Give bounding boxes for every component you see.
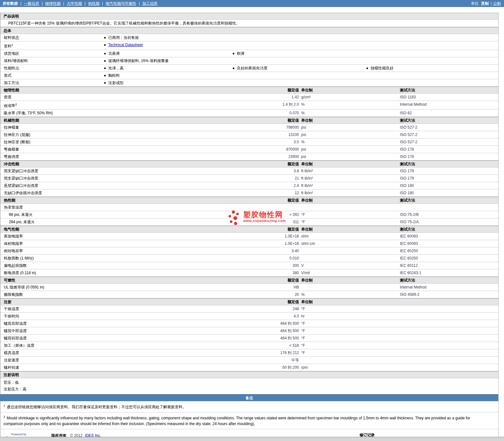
property-value: 4.0 [261,313,299,320]
property-label: 螺杆转速 [0,364,261,371]
footnotes: 1通过这些链接您能够访问供应商资料。我们尽量保证及时更新资料；不过您可以从供应商… [0,401,498,429]
property-unit: % [299,110,400,117]
property-label: 拉伸模量 [0,124,261,131]
property-label: 264 psi, 未退火 [0,218,261,225]
property-row: 66 psi, 未退火> 392°FISO 75-2/B [0,211,498,218]
section-header: 冲击性能额定值单位制测试方法 [0,160,498,167]
nav-separator: | [84,1,85,6]
unit-imperial-current: 英制 [481,1,489,6]
property-label: 弯曲强度 [0,153,261,160]
col-header-unit: 单位制 [299,87,400,93]
nav-item-2[interactable]: 物理性能 [45,1,60,6]
footnote-number: 2 [4,415,5,418]
property-unit [299,255,400,262]
property-value: 50 到 200 [261,364,299,371]
test-method: IEC 60250 [400,255,498,262]
property-label: 填料/增强材料 [0,57,104,64]
property-row: 拉伸应力 (屈服)13100psiISO 527-2 [0,131,498,139]
test-method [400,204,498,211]
test-method [400,364,498,371]
injection-notes-header: 注射说明 [0,371,498,378]
general-row: 填料/增强材料玻璃纤维增强材料, 15% 填料按重量 [0,57,498,65]
property-value: 0.010 [261,255,299,262]
nav-item-3[interactable]: 力学性能 [67,1,82,6]
test-method: ISO 527-2 [400,131,498,138]
property-row: 漏电起痕指数300VIEC 60112 [0,262,498,269]
property-label: 简支梁缺口冲击强度 [0,175,261,182]
product-description: PBTC115F是一种含有 15% 玻璃纤维的增强型PBT/PET合金。它实现了… [0,20,498,27]
test-method [400,305,498,312]
general-value: 良好的表面光洁度 [233,65,366,72]
property-row: 简支梁缺口冲击强度21ft·lb/in²ISO 179 [0,175,498,182]
property-label: 密度 [0,94,261,101]
col-header-method: 测试方法 [400,117,498,124]
property-value: 1.4 到 2.0 [261,101,299,109]
property-row: 干燥温度248°F [0,305,498,313]
test-method: IEC 60093 [400,240,498,247]
property-unit: °F [299,342,400,349]
property-label: 拉伸应变 (断裂) [0,139,261,146]
bullet-icon [233,68,234,69]
property-row: 拉伸模量798000psiISO 527-2 [0,124,498,131]
test-method [400,349,498,356]
technical-datasheet-link[interactable]: Technical Datasheet [108,41,143,48]
unit-metric-link[interactable]: 公制 [493,1,501,6]
test-method [400,327,498,334]
test-method: ISO 180 [400,189,498,196]
property-row: 264 psi, 未退火311°FISO 75-2/A [0,218,498,226]
property-row: 螺杆转速50 到 200rpm [0,364,498,371]
nav-item-1[interactable]: 一般信息 [24,1,39,6]
property-label: 简支梁缺口冲击强度 [0,167,261,174]
property-row: 体积电阻率1.0E+16ohm·cmIEC 60093 [0,240,498,247]
property-value: 20 [261,291,299,298]
test-method: Internal Method [400,284,498,291]
section-title: 电气性能 [0,226,261,232]
property-unit: psi [299,124,400,131]
test-method [400,313,498,320]
property-label: 性能特点 [0,65,104,72]
property-unit: rpm [299,364,400,371]
property-unit: psi [299,153,400,160]
general-value: Technical Datasheet [104,41,233,50]
general-value: 北美洲 [104,50,233,57]
property-row: 加工（熔体）温度< 518°F [0,342,498,349]
property-row: 耐电强度 (0.118 in)380V/milIEC 60243-1 [0,269,498,277]
bullet-icon [104,44,106,46]
nav-item-0[interactable]: 所有数据 [3,1,18,6]
col-header-value: 额定值 [261,117,299,124]
bullet-icon [104,37,106,39]
general-value: 玻璃纤维增强材料, 15% 填料按重量 [104,57,233,64]
product-section-header: 产品说明 [0,13,498,20]
test-method: ISO 1183 [400,94,498,101]
section-title: 可燃性 [0,277,261,283]
property-unit: % [299,291,400,298]
nav-links: 所有数据|一般信息|物理性能|力学性能|热性能|电气性能与可燃性|加工信息 [3,1,160,6]
property-unit: ohm·cm [299,240,400,247]
property-row: 螺筒后部温度464 到 500°F [0,320,498,327]
nav-item-4[interactable]: 热性能 [88,1,100,6]
property-label: 耐电强度 (0.118 in) [0,269,261,276]
nav-item-6[interactable]: 加工信息 [142,1,158,6]
test-method: ISO 179 [400,167,498,174]
property-label: 表面电阻率 [0,233,261,240]
property-row: 极限氧指数20%ISO 4589-2 [0,291,498,298]
property-unit: ohm [299,233,400,240]
test-method: ISO 178 [400,146,498,153]
property-row: 悬壁梁缺口冲击强度2.4ft·lb/in²ISO 180 [0,182,498,189]
property-row: 表面电阻率1.0E+16ohmIEC 60093 [0,233,498,240]
property-value: 中等 [261,357,299,364]
bullet-icon [104,68,106,69]
property-label: 热变形温度 [0,204,261,211]
property-unit: % [299,101,400,109]
footnote-number: 1 [4,404,5,407]
general-row: 性能特点光泽，高良好的表面光洁度脱模性能良好 [0,65,498,72]
property-label: 加工（熔体）温度 [0,342,261,349]
nav-item-5[interactable]: 电气性能与可燃性 [106,1,136,6]
property-label: 相对电容率 [0,247,261,254]
test-method: ISO 527-2 [400,139,498,146]
units-label: 单位 [471,1,479,6]
property-row: 吸水率 (平衡, 73°F, 50% RH)0.070%ISO 62 [0,110,498,117]
col-header-value: 额定值 [261,197,299,203]
nav-separator: | [139,1,140,6]
test-method: ISO 4589-2 [400,291,498,298]
